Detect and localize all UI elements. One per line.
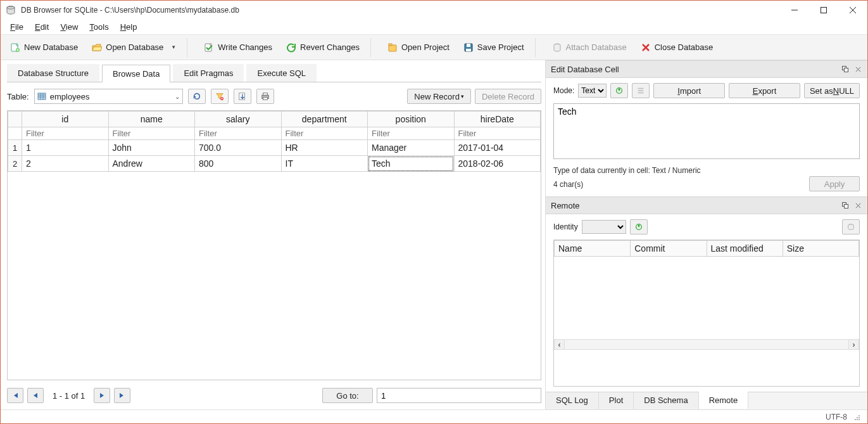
filter-name[interactable] xyxy=(108,127,195,140)
new-database-button[interactable]: New Database xyxy=(3,38,85,57)
filter-input-id[interactable] xyxy=(25,127,106,139)
open-database-button[interactable]: Open Database▼ xyxy=(85,38,183,57)
filter-hireDate[interactable] xyxy=(454,127,541,140)
remote-col-commit[interactable]: Commit xyxy=(631,241,707,257)
export-button[interactable]: Export xyxy=(729,83,800,98)
filter-salary[interactable] xyxy=(195,127,282,140)
col-department[interactable]: department xyxy=(281,112,368,127)
tab-database-structure[interactable]: Database Structure xyxy=(7,64,99,82)
menu-file[interactable]: File xyxy=(4,20,29,34)
rownum-cell[interactable]: 1 xyxy=(8,140,22,156)
rownum-header[interactable] xyxy=(8,112,22,127)
tab-edit-pragmas[interactable]: Edit Pragmas xyxy=(173,64,244,82)
editcell-indent-button[interactable] xyxy=(632,83,650,98)
identity-refresh-button[interactable] xyxy=(630,219,648,234)
write-changes-button[interactable]: Write Changes xyxy=(197,38,279,57)
minimize-button[interactable] xyxy=(780,1,809,20)
filter-position[interactable] xyxy=(368,127,455,140)
remote-col-name[interactable]: Name xyxy=(555,241,631,257)
tab-db-schema[interactable]: DB Schema xyxy=(634,392,698,409)
close-button[interactable] xyxy=(838,1,867,20)
mode-select[interactable]: Text xyxy=(578,84,607,98)
data-table[interactable]: idnamesalarydepartmentpositionhireDate 1… xyxy=(8,111,541,172)
revert-changes-button[interactable]: Revert Changes xyxy=(279,38,367,57)
scroll-right-icon[interactable]: › xyxy=(848,339,859,350)
table-row[interactable]: 22Andrew800ITTech2018-02-06 xyxy=(8,156,541,172)
clear-filters-button[interactable] xyxy=(211,89,229,104)
attach-database-button[interactable]: Attach Database xyxy=(545,38,634,57)
filter-input-name[interactable] xyxy=(111,127,192,139)
tab-browse-data[interactable]: Browse Data xyxy=(102,65,170,82)
save-project-button[interactable]: Save Project xyxy=(456,38,531,57)
cell-position[interactable]: Manager xyxy=(368,140,455,156)
close-panel-icon[interactable] xyxy=(853,65,862,74)
apply-button[interactable]: Apply xyxy=(809,176,860,191)
filter-input-position[interactable] xyxy=(370,127,451,139)
tab-execute-sql[interactable]: Execute SQL xyxy=(246,64,317,82)
set-null-button[interactable]: Set as NULL xyxy=(804,83,860,98)
page-last-button[interactable] xyxy=(114,388,130,403)
page-prev-button[interactable] xyxy=(27,388,44,403)
cell-hireDate[interactable]: 2018-02-06 xyxy=(454,156,541,172)
remote-table[interactable]: NameCommitLast modifiedSize ‹ › xyxy=(553,240,860,387)
undock-icon[interactable] xyxy=(841,65,850,74)
filter-input-department[interactable] xyxy=(284,127,365,139)
filter-input-salary[interactable] xyxy=(198,127,279,139)
filter-id[interactable] xyxy=(22,127,109,140)
tab-sql-log[interactable]: SQL Log xyxy=(546,392,599,409)
page-first-button[interactable] xyxy=(7,388,23,403)
undock-icon[interactable] xyxy=(841,201,850,210)
save-table-button[interactable] xyxy=(234,89,251,104)
col-id[interactable]: id xyxy=(22,112,109,127)
remote-push-button[interactable] xyxy=(842,219,860,234)
remote-col-last modified[interactable]: Last modified xyxy=(707,241,783,257)
menu-view[interactable]: View xyxy=(54,20,84,34)
col-name[interactable]: name xyxy=(108,112,195,127)
goto-input[interactable] xyxy=(377,388,541,403)
print-button[interactable] xyxy=(256,89,274,104)
dropdown-arrow-icon[interactable]: ▼ xyxy=(171,44,176,50)
goto-button[interactable]: Go to: xyxy=(322,388,373,403)
cell-name[interactable]: Andrew xyxy=(108,156,195,172)
col-salary[interactable]: salary xyxy=(195,112,282,127)
data-grid[interactable]: idnamesalarydepartmentpositionhireDate 1… xyxy=(7,110,541,380)
cell-salary[interactable]: 800 xyxy=(195,156,282,172)
cell-position[interactable]: Tech xyxy=(368,156,455,172)
table-combo[interactable]: employees ⌄ xyxy=(34,89,183,104)
menu-help[interactable]: Help xyxy=(115,20,143,34)
cell-salary[interactable]: 700.0 xyxy=(195,140,282,156)
filter-input-hireDate[interactable] xyxy=(457,127,538,139)
identity-select[interactable] xyxy=(582,220,626,234)
new-record-button[interactable]: New Record▾ xyxy=(407,89,471,104)
filter-department[interactable] xyxy=(281,127,368,140)
close-panel-icon[interactable] xyxy=(853,201,862,210)
delete-record-button[interactable]: Delete Record xyxy=(475,89,541,104)
cell-department[interactable]: HR xyxy=(281,140,368,156)
cell-id[interactable]: 2 xyxy=(22,156,109,172)
cell-department[interactable]: IT xyxy=(281,156,368,172)
col-position[interactable]: position xyxy=(368,112,455,127)
maximize-button[interactable] xyxy=(809,1,838,20)
resize-grip-icon[interactable] xyxy=(852,413,861,421)
tab-remote[interactable]: Remote xyxy=(699,392,749,409)
rownum-cell[interactable]: 2 xyxy=(8,156,22,172)
close-database-button[interactable]: Close Database xyxy=(634,38,720,57)
tab-plot[interactable]: Plot xyxy=(599,392,634,409)
cell-hireDate[interactable]: 2017-01-04 xyxy=(454,140,541,156)
menu-tools[interactable]: Tools xyxy=(84,20,114,34)
edit-cell-panel: Mode: Text Import Export Set as NULL Tec… xyxy=(546,78,867,196)
editcell-format-button[interactable] xyxy=(610,83,628,98)
col-hireDate[interactable]: hireDate xyxy=(454,112,541,127)
refresh-button[interactable] xyxy=(188,89,206,104)
remote-col-size[interactable]: Size xyxy=(783,241,859,257)
import-button[interactable]: Import xyxy=(653,83,725,98)
open-project-button[interactable]: Open Project xyxy=(381,38,456,57)
menu-edit[interactable]: Edit xyxy=(29,20,54,34)
horizontal-scrollbar[interactable]: ‹ › xyxy=(554,339,859,350)
table-row[interactable]: 11John700.0HRManager2017-01-04 xyxy=(8,140,541,156)
page-next-button[interactable] xyxy=(94,388,110,403)
scroll-left-icon[interactable]: ‹ xyxy=(554,339,565,350)
cell-editor[interactable]: Tech xyxy=(553,103,860,159)
cell-id[interactable]: 1 xyxy=(22,140,109,156)
cell-name[interactable]: John xyxy=(108,140,195,156)
